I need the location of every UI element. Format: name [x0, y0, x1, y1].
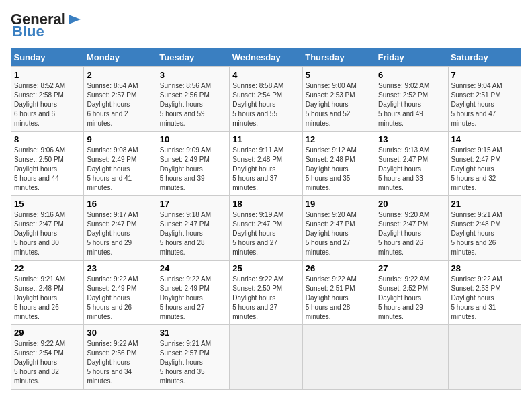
day-number: 31 [160, 328, 226, 338]
calendar-cell: 18 Sunrise: 9:19 AMSunset: 2:47 PMDaylig… [230, 196, 302, 261]
day-detail: Sunrise: 8:56 AMSunset: 2:56 PMDaylight … [160, 82, 211, 127]
day-number: 5 [306, 70, 372, 80]
day-number: 19 [306, 199, 372, 209]
calendar-cell: 16 Sunrise: 9:17 AMSunset: 2:47 PMDaylig… [84, 196, 157, 261]
calendar-header-row: SundayMondayTuesdayWednesdayThursdayFrid… [11, 48, 521, 67]
calendar-cell: 5 Sunrise: 9:00 AMSunset: 2:53 PMDayligh… [302, 67, 375, 132]
calendar-cell: 30 Sunrise: 9:22 AMSunset: 2:56 PMDaylig… [84, 325, 157, 390]
day-number: 7 [451, 70, 518, 80]
day-detail: Sunrise: 9:22 AMSunset: 2:49 PMDaylight … [160, 275, 211, 320]
calendar-cell: 31 Sunrise: 9:21 AMSunset: 2:57 PMDaylig… [157, 325, 229, 390]
calendar-cell [375, 325, 448, 390]
calendar-cell: 11 Sunrise: 9:11 AMSunset: 2:48 PMDaylig… [230, 132, 302, 196]
calendar-cell: 29 Sunrise: 9:22 AMSunset: 2:54 PMDaylig… [11, 325, 84, 390]
day-detail: Sunrise: 9:22 AMSunset: 2:49 PMDaylight … [87, 275, 138, 320]
day-detail: Sunrise: 9:20 AMSunset: 2:47 PMDaylight … [378, 211, 429, 256]
calendar-cell: 22 Sunrise: 9:21 AMSunset: 2:48 PMDaylig… [11, 261, 84, 325]
day-detail: Sunrise: 9:15 AMSunset: 2:47 PMDaylight … [451, 146, 502, 191]
col-header-friday: Friday [375, 48, 448, 67]
col-header-wednesday: Wednesday [230, 48, 302, 67]
day-number: 26 [306, 263, 372, 273]
day-number: 18 [232, 199, 299, 209]
calendar-cell: 21 Sunrise: 9:21 AMSunset: 2:48 PMDaylig… [448, 196, 521, 261]
logo-blue-text: Blue [12, 23, 44, 40]
day-number: 14 [451, 134, 518, 144]
day-detail: Sunrise: 9:12 AMSunset: 2:48 PMDaylight … [306, 146, 357, 191]
calendar-cell: 24 Sunrise: 9:22 AMSunset: 2:49 PMDaylig… [157, 261, 229, 325]
calendar-week-row: 8 Sunrise: 9:06 AMSunset: 2:50 PMDayligh… [11, 132, 521, 196]
day-detail: Sunrise: 9:00 AMSunset: 2:53 PMDaylight … [306, 82, 357, 127]
calendar-cell [448, 325, 521, 390]
day-detail: Sunrise: 9:22 AMSunset: 2:50 PMDaylight … [232, 275, 283, 320]
calendar-week-row: 1 Sunrise: 8:52 AMSunset: 2:58 PMDayligh… [11, 67, 521, 132]
calendar-cell: 12 Sunrise: 9:12 AMSunset: 2:48 PMDaylig… [302, 132, 375, 196]
calendar-week-row: 22 Sunrise: 9:21 AMSunset: 2:48 PMDaylig… [11, 261, 521, 325]
calendar-cell: 25 Sunrise: 9:22 AMSunset: 2:50 PMDaylig… [230, 261, 302, 325]
day-number: 23 [87, 263, 153, 273]
day-number: 1 [14, 70, 81, 80]
day-detail: Sunrise: 9:20 AMSunset: 2:47 PMDaylight … [306, 211, 357, 256]
day-number: 17 [160, 199, 226, 209]
day-detail: Sunrise: 9:22 AMSunset: 2:56 PMDaylight … [87, 340, 138, 385]
day-detail: Sunrise: 9:11 AMSunset: 2:48 PMDaylight … [232, 146, 283, 191]
calendar-cell: 26 Sunrise: 9:22 AMSunset: 2:51 PMDaylig… [302, 261, 375, 325]
day-detail: Sunrise: 8:52 AMSunset: 2:58 PMDaylight … [14, 82, 65, 127]
calendar-table: SundayMondayTuesdayWednesdayThursdayFrid… [11, 48, 521, 390]
day-number: 22 [14, 263, 81, 273]
col-header-saturday: Saturday [448, 48, 521, 67]
calendar-cell [230, 325, 302, 390]
day-detail: Sunrise: 9:13 AMSunset: 2:47 PMDaylight … [378, 146, 429, 191]
day-number: 4 [232, 70, 299, 80]
day-detail: Sunrise: 9:22 AMSunset: 2:52 PMDaylight … [378, 275, 429, 320]
day-number: 20 [378, 199, 445, 209]
calendar-cell: 9 Sunrise: 9:08 AMSunset: 2:49 PMDayligh… [84, 132, 157, 196]
logo: General Blue [11, 11, 82, 40]
calendar-cell [302, 325, 375, 390]
calendar-cell: 19 Sunrise: 9:20 AMSunset: 2:47 PMDaylig… [302, 196, 375, 261]
calendar-cell: 17 Sunrise: 9:18 AMSunset: 2:47 PMDaylig… [157, 196, 229, 261]
calendar-cell: 28 Sunrise: 9:22 AMSunset: 2:53 PMDaylig… [448, 261, 521, 325]
calendar-cell: 23 Sunrise: 9:22 AMSunset: 2:49 PMDaylig… [84, 261, 157, 325]
calendar-cell: 1 Sunrise: 8:52 AMSunset: 2:58 PMDayligh… [11, 67, 84, 132]
calendar-cell: 7 Sunrise: 9:04 AMSunset: 2:51 PMDayligh… [448, 67, 521, 132]
day-number: 12 [306, 134, 372, 144]
day-number: 25 [232, 263, 299, 273]
day-detail: Sunrise: 9:02 AMSunset: 2:52 PMDaylight … [378, 82, 429, 127]
calendar-cell: 3 Sunrise: 8:56 AMSunset: 2:56 PMDayligh… [157, 67, 229, 132]
day-number: 10 [160, 134, 226, 144]
calendar-cell: 27 Sunrise: 9:22 AMSunset: 2:52 PMDaylig… [375, 261, 448, 325]
day-detail: Sunrise: 8:54 AMSunset: 2:57 PMDaylight … [87, 82, 138, 127]
day-detail: Sunrise: 9:21 AMSunset: 2:48 PMDaylight … [451, 211, 502, 256]
calendar-cell: 14 Sunrise: 9:15 AMSunset: 2:47 PMDaylig… [448, 132, 521, 196]
day-number: 27 [378, 263, 445, 273]
col-header-sunday: Sunday [11, 48, 84, 67]
day-detail: Sunrise: 9:21 AMSunset: 2:48 PMDaylight … [14, 275, 65, 320]
col-header-tuesday: Tuesday [157, 48, 229, 67]
calendar-cell: 10 Sunrise: 9:09 AMSunset: 2:49 PMDaylig… [157, 132, 229, 196]
calendar-cell: 2 Sunrise: 8:54 AMSunset: 2:57 PMDayligh… [84, 67, 157, 132]
day-number: 24 [160, 263, 226, 273]
day-detail: Sunrise: 9:17 AMSunset: 2:47 PMDaylight … [87, 211, 138, 256]
day-number: 28 [451, 263, 518, 273]
day-detail: Sunrise: 9:21 AMSunset: 2:57 PMDaylight … [160, 340, 211, 385]
logo-arrow-icon [67, 12, 82, 27]
day-number: 2 [87, 70, 153, 80]
day-number: 16 [87, 199, 153, 209]
calendar-cell: 20 Sunrise: 9:20 AMSunset: 2:47 PMDaylig… [375, 196, 448, 261]
day-detail: Sunrise: 9:16 AMSunset: 2:47 PMDaylight … [14, 211, 65, 256]
calendar-cell: 13 Sunrise: 9:13 AMSunset: 2:47 PMDaylig… [375, 132, 448, 196]
day-number: 8 [14, 134, 81, 144]
day-number: 9 [87, 134, 153, 144]
day-number: 13 [378, 134, 445, 144]
calendar-week-row: 29 Sunrise: 9:22 AMSunset: 2:54 PMDaylig… [11, 325, 521, 390]
calendar-cell: 15 Sunrise: 9:16 AMSunset: 2:47 PMDaylig… [11, 196, 84, 261]
day-detail: Sunrise: 9:06 AMSunset: 2:50 PMDaylight … [14, 146, 65, 191]
calendar-week-row: 15 Sunrise: 9:16 AMSunset: 2:47 PMDaylig… [11, 196, 521, 261]
day-detail: Sunrise: 9:22 AMSunset: 2:51 PMDaylight … [306, 275, 357, 320]
day-number: 30 [87, 328, 153, 338]
col-header-monday: Monday [84, 48, 157, 67]
day-detail: Sunrise: 9:18 AMSunset: 2:47 PMDaylight … [160, 211, 211, 256]
day-detail: Sunrise: 9:22 AMSunset: 2:54 PMDaylight … [14, 340, 65, 385]
day-number: 6 [378, 70, 445, 80]
calendar-cell: 6 Sunrise: 9:02 AMSunset: 2:52 PMDayligh… [375, 67, 448, 132]
